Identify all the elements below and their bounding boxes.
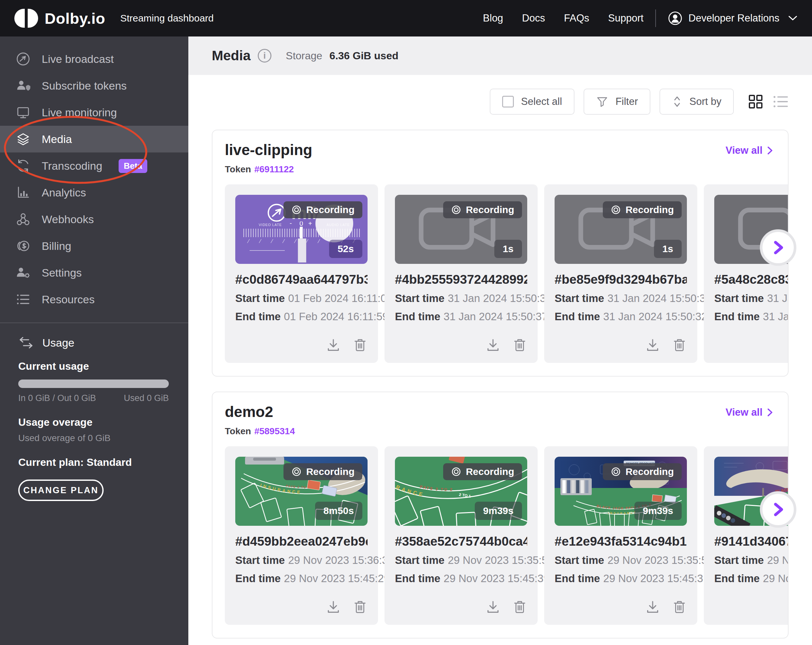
billing-icon bbox=[15, 238, 31, 253]
download-icon[interactable] bbox=[485, 337, 501, 352]
sidebar-item-resources[interactable]: Resources bbox=[0, 286, 188, 313]
chevron-down-icon bbox=[788, 15, 798, 21]
card-actions bbox=[555, 337, 687, 352]
storage-label: Storage bbox=[286, 50, 322, 62]
usage-overage-detail: Used overage of 0 GiB bbox=[18, 433, 169, 443]
media-id: #c0d86749aa644797b3296b... bbox=[235, 272, 368, 287]
token-line: Token#5895314 bbox=[225, 426, 295, 436]
recording-thumbnail[interactable]: REMOTE PRODUCTIONBLACK JACK PAYS 3 TO 2I… bbox=[555, 457, 687, 526]
sidebar-item-label: Media bbox=[42, 133, 72, 146]
analytics-icon bbox=[15, 185, 31, 200]
trash-icon[interactable] bbox=[672, 337, 687, 352]
trash-icon[interactable] bbox=[353, 337, 368, 352]
trash-icon[interactable] bbox=[672, 599, 687, 615]
media-card[interactable]: Recording1s#4bb25559372442899232d...Star… bbox=[385, 185, 538, 363]
main-content: Media i Storage 6.36 GiB used Select all… bbox=[188, 37, 812, 645]
download-icon[interactable] bbox=[326, 599, 341, 615]
toolbar: Select all Filter Sort by bbox=[212, 88, 789, 115]
media-icon bbox=[15, 132, 31, 146]
view-all-link[interactable]: View all bbox=[726, 407, 774, 418]
media-card[interactable]: INSURANCEPAYS 3 TO 2Recording8m50s#d459b… bbox=[225, 446, 378, 625]
trash-icon[interactable] bbox=[353, 599, 368, 615]
download-icon[interactable] bbox=[326, 337, 341, 352]
svg-text:AUDIO LATE: AUDIO LATE bbox=[327, 223, 350, 227]
recording-thumbnail[interactable]: Recording1s bbox=[555, 195, 687, 264]
sidebar-item-webhooks[interactable]: Webhooks bbox=[0, 206, 188, 233]
duration-badge: 9m39s bbox=[634, 502, 682, 520]
media-id: #4bb25559372442899232d... bbox=[395, 272, 527, 287]
carousel-next-button[interactable] bbox=[760, 229, 796, 266]
media-id: #d459bb2eea0247eb9e613a... bbox=[235, 534, 368, 549]
sidebar-item-subscribe-tokens[interactable]: Subscribe tokens bbox=[0, 72, 188, 99]
media-card[interactable]: RANCEPAYS 3 TO 22 TO 1Recording9m39s#358… bbox=[385, 446, 538, 625]
info-icon[interactable]: i bbox=[258, 49, 272, 63]
sort-button[interactable]: Sort by bbox=[659, 88, 734, 115]
download-icon[interactable] bbox=[485, 599, 501, 615]
usage-arrows-icon bbox=[18, 335, 34, 351]
recording-thumbnail[interactable]: Recording1s bbox=[395, 195, 527, 264]
card-actions bbox=[395, 337, 527, 352]
media-card[interactable]: BLACKDealer mu2 T#9141d340670Start time2… bbox=[704, 446, 788, 625]
sidebar-item-transcoding[interactable]: TranscodingBeta bbox=[0, 152, 188, 179]
duration-badge: 1s bbox=[494, 240, 522, 258]
sidebar-item-label: Live monitoring bbox=[42, 106, 117, 119]
filter-button[interactable]: Filter bbox=[584, 88, 650, 115]
carousel-next-button[interactable] bbox=[760, 491, 796, 528]
recording-thumbnail[interactable]: INSURANCEPAYS 3 TO 2Recording8m50s bbox=[235, 457, 368, 526]
nav-link-blog[interactable]: Blog bbox=[483, 12, 503, 24]
token-line: Token#6911122 bbox=[225, 164, 312, 175]
sidebar-item-label: Analytics bbox=[42, 186, 86, 199]
account-menu[interactable]: Developer Relations bbox=[668, 11, 798, 26]
trash-icon[interactable] bbox=[512, 337, 527, 352]
chevron-right-icon bbox=[766, 146, 774, 156]
download-icon[interactable] bbox=[645, 599, 660, 615]
media-card[interactable]: mil-0+VIDEO LATEAUDIO LATERecording52s#c… bbox=[225, 185, 378, 363]
user-avatar-icon bbox=[668, 11, 683, 26]
recording-badge: Recording bbox=[603, 201, 682, 218]
sidebar: Live broadcastSubscribe tokensLive monit… bbox=[0, 37, 188, 645]
cards-row: INSURANCEPAYS 3 TO 2Recording8m50s#d459b… bbox=[225, 446, 788, 625]
settings-icon bbox=[15, 265, 31, 280]
nav-link-faqs[interactable]: FAQs bbox=[564, 12, 589, 24]
media-card[interactable]: #5a48c28c8368Start time31 Jan 2End time3… bbox=[704, 185, 788, 363]
view-all-link[interactable]: View all bbox=[726, 145, 774, 156]
sidebar-item-billing[interactable]: Billing bbox=[0, 233, 188, 259]
sidebar-item-live-broadcast[interactable]: Live broadcast bbox=[0, 46, 188, 72]
page-title: Media bbox=[212, 48, 250, 64]
start-time: Start time29 Nov 2023 15:35:51 bbox=[555, 554, 687, 567]
sidebar-item-label: Subscribe tokens bbox=[42, 79, 127, 92]
nav-link-docs[interactable]: Docs bbox=[522, 12, 545, 24]
sidebar-item-live-monitoring[interactable]: Live monitoring bbox=[0, 99, 188, 126]
webhooks-icon bbox=[15, 212, 31, 227]
change-plan-button[interactable]: CHANGE PLAN bbox=[18, 480, 104, 501]
card-actions bbox=[714, 337, 788, 352]
sort-icon bbox=[672, 95, 682, 108]
token-link[interactable]: #6911122 bbox=[254, 164, 294, 174]
sidebar-item-settings[interactable]: Settings bbox=[0, 259, 188, 286]
sidebar-item-label: Transcoding bbox=[42, 160, 102, 172]
trash-icon[interactable] bbox=[512, 599, 527, 615]
select-all-checkbox[interactable] bbox=[502, 96, 514, 108]
usage-in-out: In 0 GiB / Out 0 GiB bbox=[18, 393, 96, 403]
usage-panel: Usage Current usage In 0 GiB / Out 0 GiB… bbox=[0, 323, 188, 501]
media-card[interactable]: REMOTE PRODUCTIONBLACK JACK PAYS 3 TO 2I… bbox=[544, 446, 697, 625]
token-link[interactable]: #5895314 bbox=[254, 426, 295, 436]
sidebar-item-media[interactable]: Media bbox=[0, 126, 188, 152]
select-all-button[interactable]: Select all bbox=[490, 88, 574, 115]
media-id: #358ae52c75744b0ca4d4ec... bbox=[395, 534, 527, 549]
download-icon[interactable] bbox=[645, 337, 660, 352]
app-subtitle: Streaming dashboard bbox=[120, 13, 214, 24]
resources-icon bbox=[15, 292, 31, 307]
list-view-icon[interactable] bbox=[773, 95, 789, 109]
account-name: Developer Relations bbox=[688, 12, 779, 24]
sidebar-item-analytics[interactable]: Analytics bbox=[0, 179, 188, 206]
nav-link-support[interactable]: Support bbox=[608, 12, 644, 24]
start-time: Start time31 Jan 2024 15:50:30 bbox=[555, 292, 687, 305]
recording-thumbnail[interactable]: mil-0+VIDEO LATEAUDIO LATERecording52s bbox=[235, 195, 368, 264]
usage-progress-bar bbox=[18, 380, 169, 388]
media-card[interactable]: Recording1s#be85e9f9d3294b67bae445...Sta… bbox=[544, 185, 697, 363]
grid-view-icon[interactable] bbox=[748, 94, 763, 109]
recording-badge: Recording bbox=[443, 201, 522, 218]
recording-thumbnail[interactable]: RANCEPAYS 3 TO 22 TO 1Recording9m39s bbox=[395, 457, 527, 526]
start-time: Start time31 Jan 2024 15:50:35 bbox=[395, 292, 527, 305]
